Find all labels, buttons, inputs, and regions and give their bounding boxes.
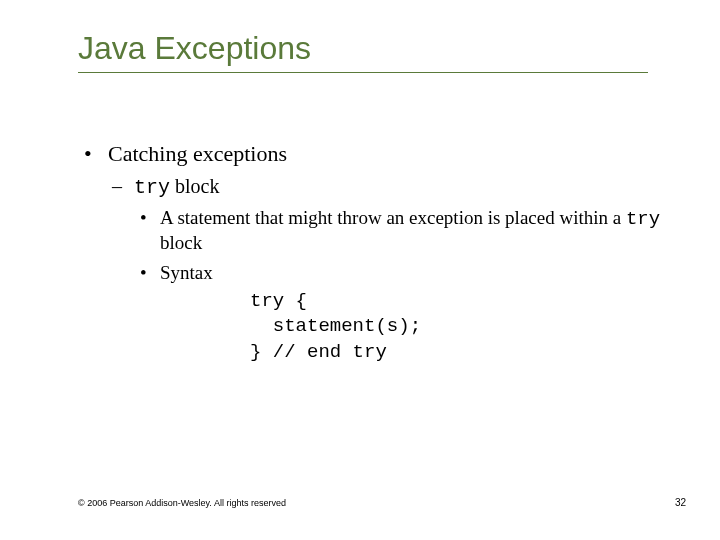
sub1a-code: try (626, 208, 660, 230)
code-line-3: } // end try (250, 341, 387, 363)
code-block: try { statement(s); } // end try (160, 289, 670, 366)
sub1-code: try (134, 176, 170, 199)
slide-number: 32 (675, 497, 686, 508)
bullet1-text: Catching exceptions (108, 141, 287, 166)
sub1a-post: block (160, 232, 202, 253)
sub1a-pre: A statement that might throw an exceptio… (160, 207, 626, 228)
slide-content: Catching exceptions try block A statemen… (78, 140, 670, 372)
slide-title: Java Exceptions (78, 30, 311, 67)
bullet-level3-a: A statement that might throw an exceptio… (134, 206, 670, 256)
bullet-level2: try block A statement that might throw a… (108, 174, 670, 366)
title-underline (78, 72, 648, 73)
sub1-rest: block (170, 175, 219, 197)
code-line-2: statement(s); (250, 315, 421, 337)
code-line-1: try { (250, 290, 307, 312)
sub1b-text: Syntax (160, 262, 213, 283)
footer-copyright: © 2006 Pearson Addison-Wesley. All right… (78, 498, 286, 508)
slide: Java Exceptions Catching exceptions try … (0, 0, 720, 540)
bullet-level3-b: Syntax try { statement(s); } // end try (134, 261, 670, 366)
bullet-level1: Catching exceptions try block A statemen… (78, 140, 670, 366)
